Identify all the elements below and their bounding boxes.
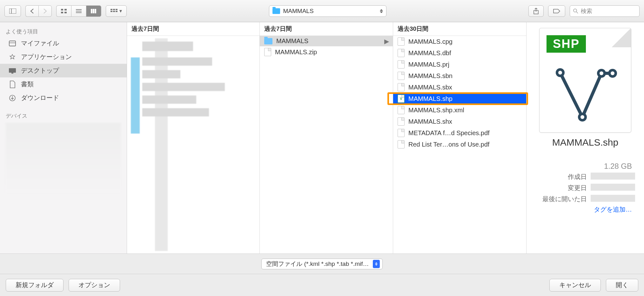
stepper-icon [380,9,383,13]
preview-filename: MAMMALS.shp [552,137,618,148]
svg-line-29 [582,73,601,117]
path-popup[interactable]: MAMMALS [269,5,386,17]
sidebar-item-label: 書類 [21,80,34,89]
arrange-button[interactable]: ▾ [106,5,127,17]
preview-metadata: 作成日 変更日 最後に開いた日 [542,173,635,203]
item-label: MAMMALS.cpg [408,38,453,45]
preview-filesize: 1.28 GB [604,162,632,171]
shp-file-icon [398,95,405,103]
desktop-icon [8,67,17,74]
svg-rect-3 [64,9,67,10]
nav-buttons [25,5,52,17]
svg-rect-24 [9,68,16,73]
dropdown-knob-icon [373,260,380,268]
main-area: よく使う項目 マイファイル アプリケーション デスクトップ 書類 ダウンロード … [0,22,644,253]
svg-rect-13 [113,9,115,10]
file-icon [398,83,405,91]
svg-rect-4 [61,12,63,13]
sidebar-item-myfiles[interactable]: マイファイル [0,36,127,50]
list-item[interactable]: MAMMALS.zip [260,46,393,58]
back-button[interactable] [25,5,38,17]
sidebar-favorites-header: よく使う項目 [0,25,127,36]
list-item[interactable]: METADATA f…d Species.pdf [393,127,526,139]
sidebar-item-label: アプリケーション [21,53,72,61]
list-item[interactable]: MAMMALS.sbn [393,70,526,82]
add-tag-link[interactable]: タグを追加… [594,205,632,214]
filter-row: 空間ファイル (*.kml *.shp *.tab *.mif… [0,253,644,274]
list-item[interactable]: MAMMALS.cpg [393,36,526,47]
column-1-header: 過去7日間 [127,22,259,36]
search-placeholder: 検索 [581,7,592,15]
list-item[interactable]: MAMMALS.shx [393,116,526,127]
item-label: MAMMALS.shp.xml [408,107,464,114]
file-icon [398,49,405,57]
column-1-blurred-content [130,38,257,251]
svg-rect-14 [116,9,117,10]
search-icon [573,9,578,14]
svg-line-28 [560,73,582,117]
search-field[interactable]: 検索 [570,5,640,17]
item-label: MAMMALS.shp [408,95,453,102]
sidebar-item-desktop[interactable]: デスクトップ [0,64,127,77]
sidebar-item-documents[interactable]: 書類 [0,77,127,91]
options-button[interactable]: オプション [69,279,120,292]
icon-view-button[interactable] [56,5,71,17]
list-item-selected[interactable]: MAMMALS.shp [393,93,526,104]
list-item[interactable]: MAMMALS ▶ [260,36,393,46]
svg-rect-2 [61,9,63,10]
forward-button[interactable] [38,5,52,17]
folder-icon [264,38,272,44]
meta-opened-label: 最後に開いた日 [542,195,587,203]
column-1: 過去7日間 [127,22,260,253]
applications-icon [8,54,17,61]
file-icon [398,60,405,69]
sidebar-item-applications[interactable]: アプリケーション [0,50,127,64]
sidebar-devices-header: デバイス [0,110,127,121]
tags-button[interactable] [548,5,565,17]
path-label: MAMMALS [283,8,314,15]
sidebar: よく使う項目 マイファイル アプリケーション デスクトップ 書類 ダウンロード … [0,22,127,253]
svg-point-38 [611,71,614,75]
footer: 新規フォルダ オプション キャンセル 開く [0,274,644,296]
svg-rect-25 [11,73,13,74]
svg-rect-5 [64,12,67,13]
list-item[interactable]: MAMMALS.sbx [393,82,526,93]
meta-modified-value [591,184,635,191]
meta-created-label: 作成日 [542,173,587,181]
file-type-filter[interactable]: 空間ファイル (*.kml *.shp *.tab *.mif… [261,259,382,269]
new-folder-button[interactable]: 新規フォルダ [6,279,64,292]
item-label: MAMMALS.sbx [408,84,452,91]
item-label: MAMMALS.dbf [408,49,451,57]
svg-rect-0 [9,9,16,14]
filter-label: 空間ファイル (*.kml *.shp *.tab *.mif… [266,260,369,268]
svg-rect-11 [95,9,96,13]
share-button[interactable] [528,5,544,17]
cancel-button[interactable]: キャンセル [549,279,601,292]
svg-rect-17 [116,11,117,12]
svg-point-20 [574,9,577,12]
list-item[interactable]: MAMMALS.prj [393,59,526,70]
svg-rect-10 [93,9,94,13]
column-3: 過去30日間 MAMMALS.cpg MAMMALS.dbf MAMMALS.p… [393,22,527,253]
sidebar-item-label: ダウンロード [21,94,59,102]
list-view-button[interactable] [71,5,86,17]
column-2-header: 過去7日間 [260,22,393,36]
column-3-header: 過去30日間 [393,22,526,36]
sidebar-item-downloads[interactable]: ダウンロード [0,91,127,105]
sidebar-devices-blurred [6,123,121,193]
column-view-button[interactable] [86,5,101,17]
meta-opened-value [591,195,635,202]
list-item[interactable]: MAMMALS.shp.xml [393,104,526,116]
svg-rect-16 [113,11,115,12]
svg-rect-15 [111,11,112,12]
sidebar-item-label: デスクトップ [21,66,59,75]
file-icon [398,129,405,137]
toolbar: ▾ MAMMALS 検索 [0,0,644,22]
downloads-icon [8,95,17,102]
open-button[interactable]: 開く [606,279,638,292]
file-icon [398,72,405,80]
list-item[interactable]: MAMMALS.dbf [393,47,526,59]
list-item[interactable]: Red List Ter…ons of Use.pdf [393,139,526,150]
sidebar-toggle-button[interactable] [4,5,21,17]
item-label: MAMMALS.sbn [408,72,453,80]
